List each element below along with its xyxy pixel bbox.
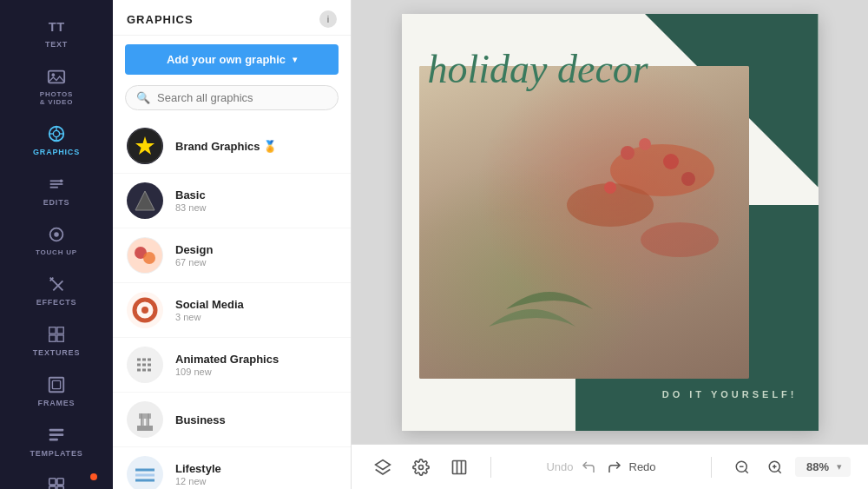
toolbar-divider-2 [711, 457, 712, 478]
svg-rect-22 [49, 378, 64, 393]
svg-point-47 [128, 402, 162, 437]
effects-icon [46, 274, 67, 294]
graphics-icon [46, 123, 67, 144]
list-item[interactable]: Social Media 3 new [113, 283, 351, 338]
svg-rect-25 [49, 433, 64, 436]
search-icon: 🔍 [136, 91, 150, 104]
settings-button[interactable] [407, 453, 435, 481]
zoom-value: 88% [804, 460, 832, 473]
svg-rect-18 [49, 327, 56, 334]
svg-point-14 [54, 232, 59, 237]
sidebar-item-effects[interactable]: EFFECTS [0, 265, 113, 315]
graphics-list: Brand Graphics 🏅 Basic 83 new Design 67 … [113, 119, 351, 489]
item-info: Brand Graphics 🏅 [175, 140, 277, 153]
svg-point-70 [621, 146, 635, 160]
templates-icon [46, 425, 67, 446]
svg-rect-23 [52, 380, 60, 388]
item-sub: 109 new [175, 367, 279, 377]
frames-icon [46, 374, 67, 395]
sidebar-item-collage[interactable]: COLLAGE [0, 466, 113, 489]
sidebar-label-templates: TEMPLATES [30, 449, 82, 458]
sidebar-item-touchup[interactable]: TOUCH UP [0, 215, 113, 265]
sidebar-label-touchup: TOUCH UP [36, 248, 77, 256]
search-bar: 🔍 [125, 85, 339, 110]
sidebar-item-photos[interactable]: PHOTOS& VIDEO [0, 57, 113, 115]
canvas-subtitle-text: DO IT YOURSELF! [662, 389, 798, 400]
sidebar-item-textures[interactable]: TEXTURES [0, 315, 113, 366]
resize-button[interactable] [445, 453, 473, 481]
zoom-out-button[interactable] [729, 454, 755, 480]
svg-line-81 [745, 470, 747, 472]
toolbar-right: 88% ▾ [729, 454, 851, 480]
sidebar-item-graphics[interactable]: GRAPHICS [0, 115, 113, 165]
item-sub: 12 new [175, 476, 221, 486]
graphics-panel: GRAPHICS i Add your own graphic ▾ 🔍 Bran… [113, 0, 352, 489]
svg-rect-19 [57, 327, 63, 334]
item-info: Basic 83 new [175, 188, 206, 213]
item-name: Lifestyle [175, 462, 221, 475]
sidebar-label-textures: TEXTURES [33, 348, 80, 357]
sidebar-label-text: TEXT [45, 40, 68, 49]
list-item[interactable]: Business [113, 393, 351, 447]
canvas-photo [419, 66, 749, 379]
sidebar-item-text[interactable]: Tt TEXT [0, 7, 113, 57]
svg-rect-51 [139, 413, 151, 419]
item-thumb-basic [127, 182, 163, 219]
svg-line-84 [778, 470, 780, 472]
canvas-workspace[interactable]: holiday decor [352, 0, 868, 444]
redo-label: Redo [629, 460, 656, 473]
zoom-chevron-icon: ▾ [837, 461, 842, 472]
touchup-icon [46, 224, 67, 245]
textures-icon [46, 324, 67, 345]
list-item[interactable]: Animated Graphics 109 new [113, 338, 351, 393]
svg-rect-26 [49, 439, 58, 441]
canvas-area: holiday decor [352, 0, 868, 489]
svg-rect-21 [57, 335, 63, 341]
info-button[interactable]: i [319, 10, 337, 28]
sidebar-label-photos: PHOTOS& VIDEO [40, 90, 74, 106]
svg-point-4 [53, 130, 59, 136]
sidebar-label-effects: EFFECTS [36, 298, 77, 307]
svg-rect-77 [453, 460, 466, 473]
toolbar-center: Undo Redo [509, 456, 694, 479]
sidebar-item-edits[interactable]: EDITS [0, 165, 113, 215]
undo-redo-group: Undo Redo [546, 456, 655, 479]
redo-button[interactable] [603, 456, 626, 479]
item-name: Animated Graphics [175, 353, 279, 366]
panel-title: GRAPHICS [127, 13, 194, 26]
item-thumb-brand [127, 128, 163, 164]
toolbar: Undo Redo 88% ▾ [352, 444, 868, 489]
sidebar-label-frames: FRAMES [38, 399, 76, 407]
svg-point-54 [128, 457, 162, 489]
zoom-in-button[interactable] [762, 454, 788, 480]
svg-marker-75 [376, 459, 391, 469]
list-item[interactable]: Brand Graphics 🏅 [113, 119, 351, 174]
item-sub: 67 new [175, 257, 213, 268]
svg-point-76 [419, 465, 424, 469]
item-info: Business [175, 413, 226, 426]
item-name: Social Media [175, 298, 244, 311]
panel-header: GRAPHICS i [113, 0, 351, 36]
zoom-control[interactable]: 88% ▾ [795, 457, 851, 477]
svg-point-12 [60, 180, 63, 183]
list-item[interactable]: Basic 83 new [113, 174, 351, 228]
svg-point-72 [663, 154, 679, 169]
sidebar-item-templates[interactable]: TEMPLATES [0, 416, 113, 466]
sidebar: Tt TEXT PHOTOS& VIDEO GRAPHICS EDITS TOU… [0, 0, 113, 489]
svg-point-2 [52, 73, 56, 76]
list-item[interactable]: Lifestyle 12 new [113, 447, 351, 489]
undo-button[interactable] [577, 456, 600, 479]
svg-point-71 [639, 138, 651, 150]
list-item[interactable]: Design 67 new [113, 228, 351, 283]
item-thumb-social [127, 292, 163, 328]
item-thumb-design [127, 237, 163, 274]
item-thumb-animated [127, 347, 163, 383]
layers-button[interactable] [369, 453, 397, 481]
search-input[interactable] [157, 91, 327, 104]
sidebar-label-graphics: GRAPHICS [33, 148, 80, 156]
sidebar-item-frames[interactable]: FRAMES [0, 366, 113, 416]
svg-rect-28 [57, 479, 63, 485]
item-thumb-lifestyle [127, 456, 163, 489]
add-graphic-button[interactable]: Add your own graphic ▾ [125, 44, 339, 75]
item-info: Social Media 3 new [175, 298, 244, 322]
